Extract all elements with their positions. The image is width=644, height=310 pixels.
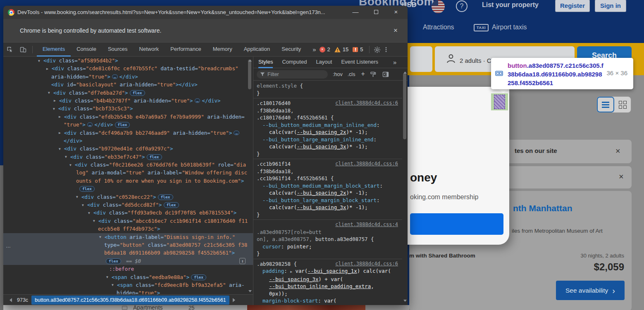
- sidebar-tab-computed[interactable]: Computed: [282, 57, 307, 68]
- tab-elements[interactable]: Elements: [37, 43, 71, 57]
- style-line[interactable]: calc(var(--bui_spacing_3x)* -1);: [257, 143, 400, 150]
- style-line[interactable]: --bui_button_medium_margin_block_start,: [257, 305, 400, 305]
- dom-tree-line[interactable]: ▼<div class="abcc616ec7 cc1b961f14 c1801…: [3, 217, 253, 225]
- css-variable-link[interactable]: --bui_button_inline_padding_extra: [269, 283, 371, 289]
- nav-airport-taxis[interactable]: Airport taxis: [492, 24, 527, 31]
- dom-tree-line[interactable]: ▼<span class="eedba9e88a">flex: [3, 273, 253, 281]
- dom-tree-line[interactable]: </div>: [3, 137, 253, 145]
- inline-expand-icon[interactable]: …: [87, 122, 93, 127]
- breadcrumb-item-selected[interactable]: button.a83ed08757.c21c56c305.f38b6daa18.…: [31, 296, 229, 305]
- list-property-link[interactable]: List your property: [482, 1, 539, 9]
- errors-badge[interactable]: ×2: [320, 46, 330, 52]
- css-variable-link[interactable]: --bui_spacing_3x: [269, 276, 318, 282]
- flex-badge[interactable]: flex: [79, 186, 95, 192]
- style-line[interactable]: --bui_button_large_margin_block_start:: [257, 197, 400, 204]
- devtools-titlebar[interactable]: DevTools - www.booking.com/searchresults…: [3, 6, 408, 19]
- breadcrumb-item[interactable]: 973c: [14, 297, 31, 303]
- style-line[interactable]: }: [257, 150, 400, 158]
- dom-tree-line[interactable]: ounts of 10% or more when you sign in to…: [3, 177, 253, 185]
- banner-close-icon[interactable]: ×: [615, 147, 620, 155]
- style-line[interactable]: padding: ▶ var(--bui_spacing_1x) calc(va…: [257, 267, 400, 276]
- cls-toggle[interactable]: .cls: [348, 72, 355, 77]
- flex-badge[interactable]: flex: [130, 90, 145, 96]
- style-line[interactable]: .a83ed08757[role=butt: [257, 229, 400, 236]
- css-variable-link[interactable]: --bui_spacing_1x: [308, 268, 357, 274]
- tab-sources[interactable]: Sources: [102, 43, 134, 57]
- dom-tree-line[interactable]: ▼<div class="df7e6ba27d">flex: [3, 89, 253, 97]
- device-toolbar-icon[interactable]: [20, 46, 26, 53]
- dom-tree-line[interactable]: ▶<div class="b4b4b2787f" aria-hidden="tr…: [3, 97, 253, 105]
- dom-tree-line[interactable]: ▶<div class="efdb2b543b e4b7a69a57 fe7b9…: [3, 113, 253, 121]
- collapse-arrow-icon[interactable]: ▼: [69, 161, 75, 169]
- sidebar-tab-styles[interactable]: Styles: [258, 57, 273, 68]
- elements-scrollbar[interactable]: [248, 60, 251, 89]
- inline-expand-icon[interactable]: …: [234, 131, 239, 135]
- dom-tree-line[interactable]: ▼<div class="bcbf33c5c3">: [3, 105, 253, 112]
- flex-badge[interactable]: flex: [158, 194, 173, 200]
- dom-tree-line[interactable]: ▼<div class="c0528ecc22">flex: [3, 193, 253, 201]
- style-line[interactable]: .c180176d40 .f4552b6561 {: [257, 114, 400, 122]
- dom-tree-line[interactable]: ▼<div class="ffd93a9ecb dc19f70f85 eb678…: [3, 209, 253, 217]
- sidebar-more-icon[interactable]: »: [393, 59, 396, 66]
- expand-arrow-icon[interactable]: ▶: [59, 113, 64, 121]
- style-line[interactable]: calc(var(--bui_spacing_3x)* -1);: [257, 204, 400, 211]
- collapse-arrow-icon[interactable]: ▼: [48, 89, 53, 97]
- filters-checkbox[interactable]: [122, 306, 127, 310]
- dates-field[interactable]: [410, 46, 432, 72]
- style-line[interactable]: }: [257, 250, 400, 258]
- dom-tree-line[interactable]: hidden="true">: [3, 289, 253, 294]
- collapse-arrow-icon[interactable]: ▼: [82, 201, 87, 209]
- close-button[interactable]: ×: [388, 6, 404, 19]
- highlighted-element[interactable]: [491, 93, 508, 110]
- tab-performance[interactable]: Performance: [165, 43, 207, 57]
- collapse-arrow-icon[interactable]: ▼: [99, 233, 105, 241]
- us-flag-icon[interactable]: [432, 0, 445, 13]
- flex-badge[interactable]: flex: [191, 274, 206, 280]
- settings-gear-icon[interactable]: [374, 46, 380, 53]
- hotel-name-link[interactable]: nth Manhattan: [513, 203, 572, 213]
- help-icon[interactable]: ?: [456, 0, 467, 12]
- dom-tree-line[interactable]: b6daa18 d691166b09 ab98298258 f4552b6561…: [3, 249, 253, 257]
- collapse-arrow-icon[interactable]: ▼: [112, 281, 117, 289]
- styles-filter-input[interactable]: Filter: [257, 70, 328, 79]
- style-line[interactable]: on], a.a83ed08757, button.a83ed08757 {: [257, 236, 400, 243]
- nav-attractions[interactable]: Attractions: [423, 24, 454, 31]
- style-line[interactable]: .f38b6daa18,: [257, 168, 400, 175]
- stylesheet-link[interactable]: client.3888dc4d.css:6: [335, 261, 398, 267]
- inline-expand-icon[interactable]: …: [195, 98, 200, 103]
- add-style-icon[interactable]: +: [361, 70, 365, 78]
- stylesheet-link[interactable]: client.3888dc4d.css:6: [335, 161, 398, 167]
- hov-toggle[interactable]: :hov: [333, 72, 343, 77]
- collapse-arrow-icon[interactable]: ▼: [106, 273, 112, 281]
- dom-tree-line[interactable]: flex== $0↕: [3, 257, 253, 265]
- dom-tree-line[interactable]: ▶<div class="dcf496a7b9 bb2746aad9" aria…: [3, 129, 253, 137]
- style-line[interactable]: --bui_button_large_margin_inline_end:: [257, 136, 400, 143]
- flex-badge[interactable]: flex: [115, 122, 130, 128]
- panel-toggle-icon[interactable]: [382, 71, 389, 78]
- register-button[interactable]: Register: [556, 0, 589, 12]
- dom-tree-line[interactable]: ▼<span class="fcd9eec8fb bf9a32efa5" ari…: [3, 281, 253, 289]
- collapse-arrow-icon[interactable]: ▼: [38, 57, 43, 65]
- inline-expand-icon[interactable]: …: [112, 74, 118, 79]
- style-line[interactable]: --bui_button_medium_margin_block_start:: [257, 182, 400, 190]
- dom-tree-line[interactable]: ▼<div class="dd5dccd82f">flex: [3, 201, 253, 209]
- modal-cta-button[interactable]: [410, 213, 503, 235]
- style-line[interactable]: }: [257, 211, 400, 219]
- dom-tree-line[interactable]: log" aria-modal="true" aria-label="Windo…: [3, 169, 253, 176]
- tab-memory[interactable]: Memory: [207, 43, 238, 57]
- tab-security[interactable]: Security: [276, 43, 307, 57]
- dom-tree-line[interactable]: type="button" class="a83ed08757 c21c56c3…: [3, 241, 253, 249]
- css-variable-link[interactable]: --bui_button_medium_margin_block_start: [269, 305, 386, 305]
- flex-badge[interactable]: flex: [106, 258, 121, 264]
- stylesheet-link[interactable]: client.3888dc4d.css:6: [335, 100, 398, 106]
- banner2-close-icon[interactable]: ×: [619, 173, 624, 180]
- stylesheet-link[interactable]: client.3888dc4d.css:4: [335, 222, 398, 227]
- style-line[interactable]: }: [257, 90, 400, 97]
- style-line[interactable]: .f38b6daa18,: [257, 107, 400, 114]
- dom-tree-line[interactable]: ▼<button aria-label="Dismiss sign-in inf…: [3, 233, 253, 241]
- collapse-arrow-icon[interactable]: ▼: [88, 209, 93, 217]
- tab-application[interactable]: Application: [238, 43, 276, 57]
- kebab-menu-icon[interactable]: [383, 46, 389, 53]
- dom-tree-line[interactable]: ▼<div class="f0c216ee26 c676dd76fe b5018…: [3, 161, 253, 169]
- breadcrumb-next-icon[interactable]: [233, 298, 237, 302]
